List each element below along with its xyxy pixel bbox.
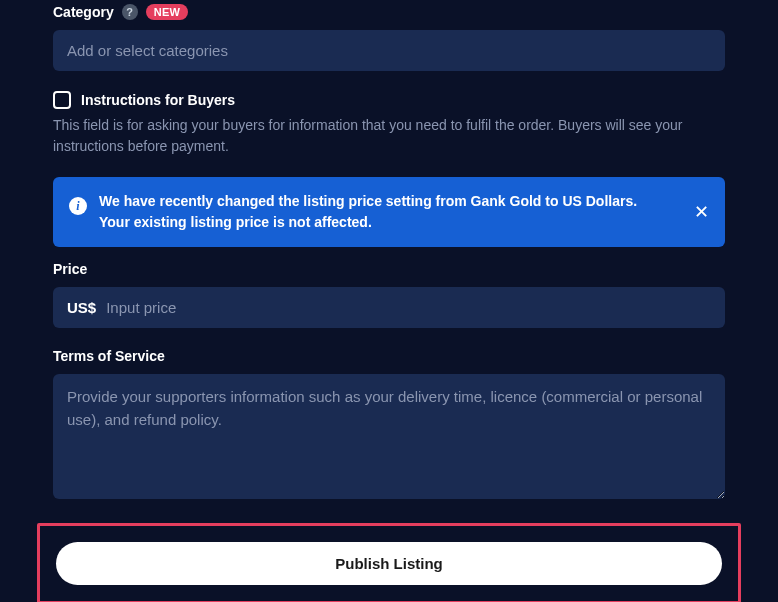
close-icon[interactable]: ✕ (694, 203, 709, 221)
instructions-checkbox-row: Instructions for Buyers (53, 91, 725, 109)
category-label-row: Category ? NEW (53, 4, 725, 20)
category-label: Category (53, 4, 114, 20)
category-input[interactable] (53, 30, 725, 71)
tos-label-row: Terms of Service (53, 348, 725, 364)
instructions-label: Instructions for Buyers (81, 92, 235, 108)
category-section: Category ? NEW (53, 0, 725, 71)
info-banner: i We have recently changed the listing p… (53, 177, 725, 247)
new-badge: NEW (146, 4, 189, 20)
publish-highlight: Publish Listing (37, 523, 741, 602)
instructions-section: Instructions for Buyers This field is fo… (53, 91, 725, 157)
price-section: Price US$ (53, 261, 725, 328)
info-banner-text: We have recently changed the listing pri… (99, 191, 682, 233)
publish-button[interactable]: Publish Listing (56, 542, 722, 585)
price-input-wrap: US$ (53, 287, 725, 328)
currency-prefix: US$ (67, 299, 96, 316)
price-input[interactable] (106, 287, 711, 328)
info-icon: i (69, 197, 87, 215)
tos-textarea[interactable] (53, 374, 725, 499)
tos-label: Terms of Service (53, 348, 165, 364)
help-icon[interactable]: ? (122, 4, 138, 20)
tos-section: Terms of Service (53, 348, 725, 503)
price-label: Price (53, 261, 87, 277)
instructions-checkbox[interactable] (53, 91, 71, 109)
instructions-helper: This field is for asking your buyers for… (53, 115, 725, 157)
price-label-row: Price (53, 261, 725, 277)
